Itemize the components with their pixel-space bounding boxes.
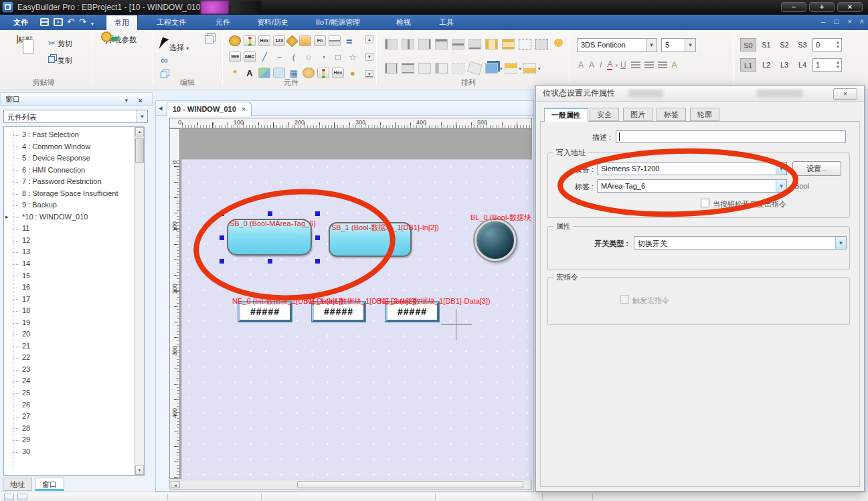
tree-item[interactable]: 18 — [4, 305, 124, 317]
redo-icon[interactable]: ↷ — [79, 17, 86, 27]
tab-common[interactable]: 常用 — [106, 15, 138, 30]
star-icon[interactable]: ☆ — [347, 52, 359, 62]
system-parameters-button[interactable]: 系统参数 — [99, 34, 143, 82]
distribute-h-icon[interactable] — [385, 63, 398, 74]
scroll-thumb[interactable] — [135, 138, 144, 163]
tab-data-history[interactable]: 资料/历史 — [249, 15, 296, 30]
italic-icon[interactable]: I — [600, 60, 602, 70]
align-text-left-icon[interactable] — [631, 62, 640, 68]
shape-icon[interactable] — [273, 68, 285, 78]
paste-button[interactable]: 粘贴 — [5, 34, 44, 82]
tree-item[interactable]: 9 : Backup — [4, 199, 124, 211]
fit-icon[interactable] — [452, 63, 464, 74]
selection-handle[interactable] — [315, 211, 320, 216]
minimize-button[interactable]: – — [781, 2, 806, 12]
bit-lamp-object-bl0[interactable] — [474, 219, 516, 261]
font-size-select[interactable]: 5▾ — [661, 38, 696, 52]
set-bit-icon[interactable]: Hex — [258, 35, 270, 46]
state-s1-button[interactable]: S1 — [758, 38, 774, 52]
layer-front-dropdown-icon[interactable]: ▾ — [500, 66, 503, 71]
dialog-tab-general[interactable]: 一般属性 — [544, 108, 588, 122]
doc-restore-icon[interactable]: □ — [834, 17, 839, 25]
table-icon[interactable]: ▦ — [288, 68, 300, 78]
layer-up-icon[interactable] — [505, 63, 517, 74]
state-s3-button[interactable]: S3 — [794, 38, 810, 52]
ungroup-icon[interactable] — [535, 39, 548, 49]
tree-item[interactable]: 30 — [4, 446, 124, 458]
selection-handle[interactable] — [220, 211, 224, 216]
tree-item[interactable]: 29 — [4, 434, 124, 446]
height-equal-icon[interactable] — [502, 39, 515, 49]
canvas-hscrollbar[interactable]: ◂ — [169, 480, 532, 490]
save-icon[interactable] — [40, 18, 49, 26]
state-l3-button[interactable]: L3 — [776, 58, 792, 72]
selection-handle[interactable] — [268, 259, 272, 264]
release-command-checkbox[interactable] — [701, 199, 709, 207]
cut-button[interactable]: ✂ 剪切 — [48, 38, 72, 49]
pie-icon[interactable]: ◔ — [317, 52, 329, 62]
align-right-icon[interactable] — [418, 39, 431, 49]
circle-icon[interactable]: ○ — [302, 52, 315, 62]
slider-icon[interactable] — [329, 35, 341, 46]
panel-dropdown-icon[interactable]: ▾ — [124, 94, 128, 106]
indicator-icon[interactable] — [317, 68, 329, 78]
tree-item[interactable]: 7 : Password Restriction — [4, 176, 124, 188]
burst-icon[interactable]: * — [229, 68, 241, 78]
state-l-spinner[interactable]: 1 ▲ ▼ — [812, 58, 842, 72]
layer-down-dropdown-icon[interactable]: ▾ — [538, 66, 541, 71]
align-text-right-icon[interactable] — [658, 62, 667, 68]
tree-item[interactable]: 27 — [4, 411, 124, 423]
tag-select[interactable]: MArea-Tag_6 ▾ — [597, 179, 787, 193]
tree-item[interactable]: 3 : Fast Selection — [4, 129, 124, 141]
tree-item[interactable]: 5 : Device Response — [4, 153, 124, 165]
tab-object[interactable]: 元件 — [207, 15, 238, 30]
layer-front-icon[interactable] — [485, 63, 498, 74]
font-color-icon[interactable]: A — [607, 60, 612, 70]
ascii-object-icon[interactable]: ABC — [244, 52, 256, 62]
state-l4-button[interactable]: L4 — [794, 58, 810, 72]
dialog-tab-label[interactable]: 标签 — [657, 108, 686, 121]
tab-address[interactable]: 地址 — [3, 478, 32, 491]
pin-icon[interactable] — [552, 39, 565, 49]
tree-item[interactable]: 17 — [4, 294, 124, 306]
ribbon-collapse-icon[interactable]: ˄ — [860, 17, 864, 25]
tree-item[interactable]: 15 — [4, 270, 124, 282]
multi-select-icon[interactable]: ∞ — [161, 54, 168, 66]
tree-item[interactable]: 6 : HMI Connection — [4, 165, 124, 177]
switch-type-select[interactable]: 切换开关 ▾ — [634, 236, 847, 249]
canvas-tab-window-010[interactable]: 10 - WINDOW_010× — [167, 102, 252, 116]
text-icon[interactable]: A — [244, 68, 256, 78]
selection-handle[interactable] — [315, 259, 320, 264]
line-icon[interactable]: ╱ — [258, 52, 270, 62]
tree-item[interactable]: 12 — [4, 235, 124, 247]
tab-view[interactable]: 检视 — [388, 15, 419, 30]
state-s2-button[interactable]: S2 — [776, 38, 792, 52]
tag2-icon[interactable]: ● — [347, 68, 359, 78]
set-word-icon[interactable]: 123 — [273, 35, 285, 46]
element-scroll-up-icon[interactable]: ▲ — [365, 35, 373, 43]
undo-icon[interactable]: ↶ — [67, 17, 74, 27]
align-middle-icon[interactable] — [452, 39, 464, 49]
trigger-macro-checkbox[interactable] — [620, 295, 629, 304]
tree-item[interactable]: 16 — [4, 282, 124, 294]
state-s0-button[interactable]: S0 — [740, 38, 756, 52]
layer-up-dropdown-icon[interactable]: ▾ — [519, 66, 522, 71]
selection-handle[interactable] — [220, 235, 224, 240]
option-list-icon[interactable]: ≣ — [343, 35, 355, 46]
wave-icon[interactable]: ~ — [273, 52, 285, 62]
panel-close-icon[interactable]: × — [139, 94, 143, 106]
fn-key-icon[interactable]: Fn — [314, 35, 326, 46]
selection-handle[interactable] — [268, 211, 272, 216]
dialog-tab-security[interactable]: 安全 — [590, 108, 619, 121]
tree-item[interactable]: 11 — [4, 223, 124, 235]
dialog-close-button[interactable]: × — [833, 88, 857, 100]
tab-close-icon[interactable]: × — [242, 105, 246, 113]
element-scroll-down-icon[interactable]: ▼ — [365, 53, 373, 61]
tab-tool[interactable]: 工具 — [431, 15, 462, 30]
object-list-select[interactable]: 元件列表 ▾ — [3, 110, 148, 123]
underline-icon[interactable]: U — [620, 60, 626, 70]
dialog-tab-picture[interactable]: 图片 — [623, 108, 653, 121]
arc-icon[interactable]: ( — [288, 52, 300, 62]
tree-item[interactable]: 23 — [4, 364, 124, 376]
word-lamp-icon[interactable] — [244, 35, 256, 46]
